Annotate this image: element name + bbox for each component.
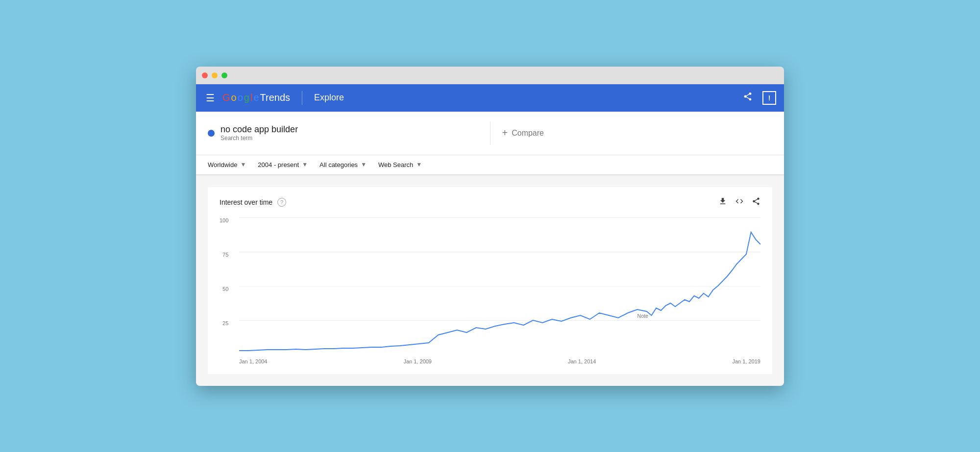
chart-area: 100 75 50 25 bbox=[239, 217, 760, 364]
y-axis: 100 75 50 25 bbox=[220, 217, 228, 364]
chart-title: Interest over time bbox=[220, 198, 272, 206]
logo-l: l bbox=[250, 92, 252, 103]
filters-bar: Worldwide ▼ 2004 - present ▼ All categor… bbox=[196, 155, 784, 175]
category-filter[interactable]: All categories ▼ bbox=[319, 161, 367, 168]
chart-actions bbox=[718, 197, 760, 208]
logo-o1: o bbox=[231, 92, 237, 103]
search-term-value: no code app builder bbox=[220, 124, 298, 135]
search-term-label: Search term bbox=[220, 135, 298, 142]
chart-header: Interest over time ? bbox=[220, 197, 760, 208]
location-filter[interactable]: Worldwide ▼ bbox=[208, 161, 246, 168]
close-button[interactable] bbox=[202, 72, 208, 78]
logo-trends: Trends bbox=[260, 92, 291, 103]
search-type-arrow: ▼ bbox=[416, 161, 422, 168]
logo-g2: g bbox=[244, 92, 249, 103]
chart-share-icon[interactable] bbox=[752, 197, 760, 208]
header-left: ☰ G o o g l e Trends Explore bbox=[204, 90, 344, 106]
logo-g: G bbox=[222, 92, 230, 103]
y-label-75: 75 bbox=[222, 252, 228, 258]
location-label: Worldwide bbox=[208, 161, 237, 168]
explore-label: Explore bbox=[314, 93, 344, 103]
search-term-text: no code app builder Search term bbox=[220, 124, 298, 142]
compare-label: Compare bbox=[512, 129, 544, 138]
header-right: ! bbox=[741, 90, 776, 106]
chart-container: Interest over time ? bbox=[208, 187, 772, 374]
menu-icon[interactable]: ☰ bbox=[204, 90, 217, 106]
google-logo: G o o g l e Trends bbox=[222, 92, 290, 103]
compare-section[interactable]: + Compare bbox=[502, 127, 773, 139]
x-label-2004: Jan 1, 2004 bbox=[239, 358, 268, 364]
feedback-icon[interactable]: ! bbox=[762, 91, 776, 105]
time-arrow: ▼ bbox=[302, 161, 308, 168]
embed-icon[interactable] bbox=[735, 197, 744, 208]
x-label-2014: Jan 1, 2014 bbox=[568, 358, 596, 364]
chart-section: Interest over time ? bbox=[196, 175, 784, 386]
location-arrow: ▼ bbox=[240, 161, 246, 168]
share-icon[interactable] bbox=[741, 90, 755, 106]
minimize-button[interactable] bbox=[212, 72, 218, 78]
term-indicator bbox=[208, 130, 215, 137]
title-bar bbox=[196, 67, 784, 84]
x-axis: Jan 1, 2004 Jan 1, 2009 Jan 1, 2014 Jan … bbox=[239, 358, 760, 364]
search-term-box: no code app builder Search term bbox=[208, 124, 478, 142]
search-section: no code app builder Search term + Compar… bbox=[196, 112, 784, 155]
x-label-2019: Jan 1, 2019 bbox=[733, 358, 761, 364]
browser-window: ☰ G o o g l e Trends Explore ! bbox=[196, 67, 784, 386]
x-label-2009: Jan 1, 2009 bbox=[404, 358, 432, 364]
logo-e: e bbox=[253, 92, 259, 103]
app-header: ☰ G o o g l e Trends Explore ! bbox=[196, 84, 784, 112]
compare-plus-icon: + bbox=[502, 127, 508, 139]
search-compare-divider bbox=[490, 121, 490, 145]
search-type-label: Web Search bbox=[378, 161, 413, 168]
logo-o2: o bbox=[238, 92, 243, 103]
y-label-50: 50 bbox=[222, 286, 228, 292]
help-icon[interactable]: ? bbox=[277, 198, 286, 207]
search-type-filter[interactable]: Web Search ▼ bbox=[378, 161, 422, 168]
time-filter[interactable]: 2004 - present ▼ bbox=[258, 161, 308, 168]
category-label: All categories bbox=[319, 161, 358, 168]
maximize-button[interactable] bbox=[221, 72, 227, 78]
svg-text:Note: Note bbox=[637, 312, 648, 318]
time-label: 2004 - present bbox=[258, 161, 299, 168]
y-label-25: 25 bbox=[222, 320, 228, 326]
trend-chart: Note bbox=[239, 217, 760, 355]
download-icon[interactable] bbox=[718, 197, 727, 208]
category-arrow: ▼ bbox=[361, 161, 367, 168]
chart-title-area: Interest over time ? bbox=[220, 198, 286, 207]
y-label-100: 100 bbox=[220, 217, 228, 223]
header-divider bbox=[302, 91, 302, 105]
